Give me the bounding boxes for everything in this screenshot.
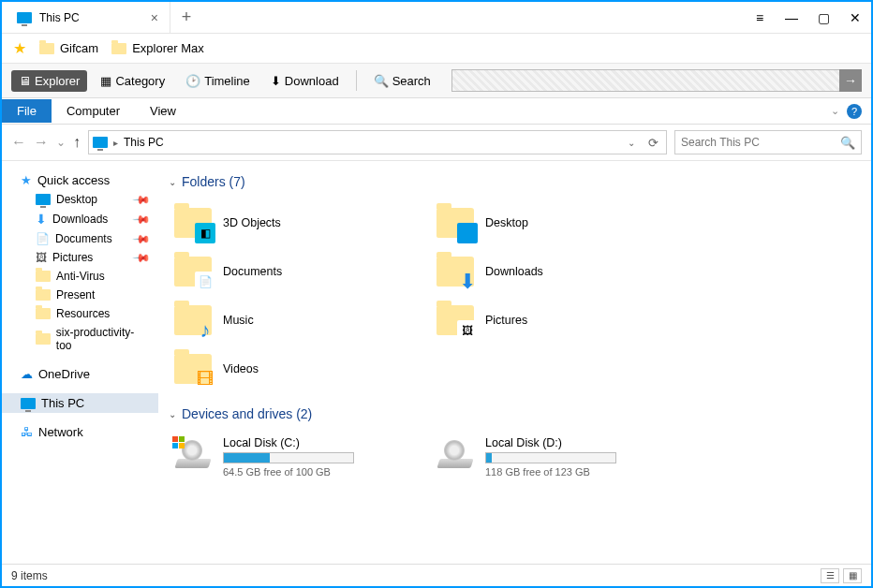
details-view-button[interactable]: ☰ bbox=[821, 568, 839, 583]
sidebar-item[interactable]: Present bbox=[2, 286, 158, 304]
search-input[interactable] bbox=[681, 136, 840, 149]
ribbon-tab-view[interactable]: View bbox=[135, 99, 191, 123]
monitor-icon bbox=[17, 12, 32, 23]
explorer-mode-button[interactable]: 🖥 Explorer bbox=[11, 70, 87, 92]
content-pane: ⌄ Folders (7) ◧3D ObjectsDesktop📄Documen… bbox=[159, 161, 871, 564]
download-mode-button[interactable]: ⬇ Download bbox=[263, 70, 347, 92]
search-icon[interactable]: 🔍 bbox=[840, 136, 855, 150]
toolbar-search-button[interactable]: 🔍 Search bbox=[366, 70, 438, 92]
menu-icon[interactable]: ≡ bbox=[744, 2, 776, 34]
storage-bar bbox=[223, 452, 354, 463]
folder-item[interactable]: 🎞Videos bbox=[169, 345, 431, 393]
sidebar-item[interactable]: 🖼Pictures📌 bbox=[2, 248, 158, 267]
folder-item[interactable]: 🖼Pictures bbox=[431, 296, 693, 345]
sidebar-quick-access[interactable]: ★ Quick access bbox=[2, 170, 158, 190]
drive-item[interactable]: Local Disk (C:)64.5 GB free of 100 GB bbox=[169, 431, 431, 483]
sidebar-item-label: Desktop bbox=[56, 193, 97, 206]
back-button[interactable]: ← bbox=[11, 134, 26, 151]
breadcrumb[interactable]: This PC bbox=[124, 136, 164, 149]
folder-label: Downloads bbox=[485, 265, 543, 278]
ribbon-tab-computer[interactable]: Computer bbox=[52, 99, 135, 123]
bookmark-label: Gifcam bbox=[60, 41, 98, 55]
monitor-icon bbox=[21, 398, 36, 409]
sidebar-item[interactable]: Anti-Virus bbox=[2, 267, 158, 286]
drive-free-text: 118 GB free of 123 GB bbox=[485, 466, 689, 478]
folder-item[interactable]: ◧3D Objects bbox=[169, 198, 431, 247]
storage-bar bbox=[485, 452, 616, 463]
help-icon[interactable]: ? bbox=[847, 104, 862, 119]
search-go-button[interactable]: → bbox=[839, 69, 862, 92]
toolbar-search-box: → bbox=[451, 69, 862, 92]
group-header-folders[interactable]: ⌄ Folders (7) bbox=[169, 174, 871, 189]
recent-locations-button[interactable]: ⌄ bbox=[56, 136, 66, 149]
monitor-icon bbox=[36, 194, 51, 205]
mode-toolbar: 🖥 Explorer ▦ Category 🕑 Timeline ⬇ Downl… bbox=[2, 64, 871, 98]
up-button[interactable]: ↑ bbox=[73, 134, 81, 151]
svg-rect-2 bbox=[172, 443, 178, 448]
tab-title: This PC bbox=[39, 11, 80, 24]
folder-icon: ⬇ bbox=[435, 253, 476, 290]
refresh-button[interactable]: ⟳ bbox=[644, 136, 662, 150]
download-icon: ⬇ bbox=[271, 74, 281, 88]
bookmark-item[interactable]: Gifcam bbox=[39, 41, 98, 55]
divider bbox=[356, 70, 357, 91]
network-icon: 🖧 bbox=[21, 425, 33, 439]
grid-icon: ▦ bbox=[100, 74, 111, 88]
favorites-star-icon[interactable]: ★ bbox=[13, 39, 26, 57]
monitor-icon: 🖥 bbox=[19, 74, 31, 88]
folder-icon: 🎞 bbox=[172, 350, 214, 388]
folder-icon bbox=[36, 308, 51, 319]
file-menu[interactable]: File bbox=[2, 99, 52, 123]
group-header-drives[interactable]: ⌄ Devices and drives (2) bbox=[169, 406, 871, 421]
nav-bar: ← → ⌄ ↑ ▸ This PC ⌄ ⟳ 🔍 bbox=[2, 125, 871, 161]
sidebar-this-pc[interactable]: This PC bbox=[2, 393, 158, 413]
folder-item[interactable]: ⬇Downloads bbox=[431, 247, 693, 296]
new-tab-button[interactable]: + bbox=[170, 7, 202, 27]
sidebar-item[interactable]: ⬇Downloads📌 bbox=[2, 209, 158, 229]
picture-icon: 🖼 bbox=[36, 251, 47, 264]
folder-icon: ♪ bbox=[172, 301, 214, 339]
close-window-button[interactable]: ✕ bbox=[839, 2, 871, 34]
address-dropdown-icon[interactable]: ⌄ bbox=[624, 138, 639, 148]
folder-item[interactable]: 📄Documents bbox=[169, 247, 431, 296]
close-tab-icon[interactable]: × bbox=[151, 10, 158, 25]
browser-tab[interactable]: This PC × bbox=[2, 2, 170, 33]
sidebar-network[interactable]: 🖧 Network bbox=[2, 422, 158, 442]
drive-icon bbox=[435, 436, 476, 470]
address-bar[interactable]: ▸ This PC ⌄ ⟳ bbox=[88, 130, 667, 154]
drive-item[interactable]: Local Disk (D:)118 GB free of 123 GB bbox=[431, 431, 693, 483]
drive-name: Local Disk (C:) bbox=[223, 436, 427, 449]
maximize-button[interactable]: ▢ bbox=[807, 2, 839, 34]
sidebar-item-label: Documents bbox=[55, 232, 112, 245]
folder-item[interactable]: ♪Music bbox=[169, 296, 431, 345]
sidebar-item[interactable]: 📄Documents📌 bbox=[2, 229, 158, 248]
bookmark-item[interactable]: Explorer Max bbox=[111, 41, 204, 55]
title-bar: This PC × + ≡ — ▢ ✕ bbox=[2, 2, 871, 34]
monitor-icon bbox=[93, 137, 108, 148]
sidebar-item[interactable]: six-productivity-too bbox=[2, 323, 158, 355]
folder-item[interactable]: Desktop bbox=[431, 198, 693, 247]
search-icon: 🔍 bbox=[374, 74, 389, 88]
sidebar-item[interactable]: Resources bbox=[2, 304, 158, 323]
search-box: 🔍 bbox=[674, 130, 862, 154]
item-count: 9 items bbox=[11, 569, 48, 582]
folder-icon bbox=[39, 43, 54, 54]
svg-rect-0 bbox=[172, 436, 178, 442]
sidebar-item[interactable]: Desktop📌 bbox=[2, 190, 158, 209]
category-mode-button[interactable]: ▦ Category bbox=[93, 70, 172, 92]
drive-name: Local Disk (D:) bbox=[485, 436, 689, 449]
cloud-icon: ☁ bbox=[21, 367, 33, 381]
toolbar-search-input[interactable] bbox=[451, 69, 840, 92]
forward-button[interactable]: → bbox=[34, 134, 49, 151]
timeline-mode-button[interactable]: 🕑 Timeline bbox=[178, 70, 258, 92]
folder-label: Pictures bbox=[485, 314, 527, 327]
pin-icon: 📌 bbox=[132, 190, 152, 210]
sidebar-item-label: Present bbox=[56, 288, 95, 301]
folder-label: Music bbox=[223, 314, 254, 327]
clock-icon: 🕑 bbox=[185, 74, 200, 88]
sidebar-onedrive[interactable]: ☁ OneDrive bbox=[2, 364, 158, 384]
sidebar-item-label: six-productivity-too bbox=[56, 326, 149, 352]
large-icons-view-button[interactable]: ▦ bbox=[843, 568, 862, 583]
ribbon-collapse-icon[interactable]: ⌄ bbox=[827, 105, 843, 117]
minimize-button[interactable]: — bbox=[776, 2, 807, 34]
